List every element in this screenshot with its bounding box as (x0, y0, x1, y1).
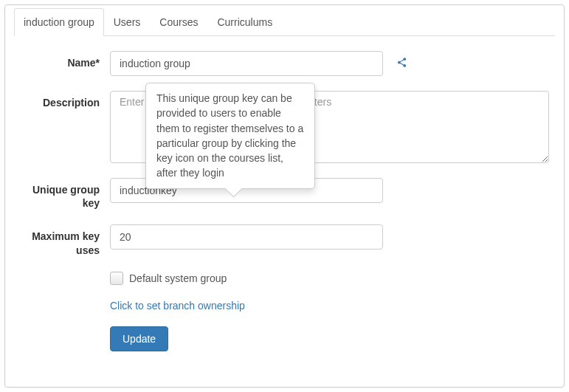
name-label: Name* (14, 51, 110, 69)
share-icon[interactable] (396, 57, 407, 70)
unique-key-label: Unique group key (14, 178, 110, 210)
branch-ownership-link[interactable]: Click to set branch ownership (110, 300, 245, 312)
tab-group[interactable]: induction group (14, 8, 104, 36)
max-uses-input[interactable] (110, 224, 383, 250)
tab-curriculums[interactable]: Curriculums (207, 8, 282, 36)
name-input[interactable] (110, 51, 383, 76)
description-label: Description (14, 91, 110, 109)
default-group-label: Default system group (129, 272, 227, 284)
unique-key-tooltip: This unique group key can be provided to… (145, 83, 315, 189)
max-uses-label: Maximum key uses (14, 224, 110, 256)
tab-courses[interactable]: Courses (150, 8, 207, 36)
update-button[interactable]: Update (110, 326, 168, 351)
tabs-bar: induction group Users Courses Curriculum… (14, 5, 555, 36)
group-settings-panel: induction group Users Courses Curriculum… (4, 4, 565, 388)
default-group-checkbox[interactable] (110, 272, 123, 285)
tab-users[interactable]: Users (104, 8, 151, 36)
